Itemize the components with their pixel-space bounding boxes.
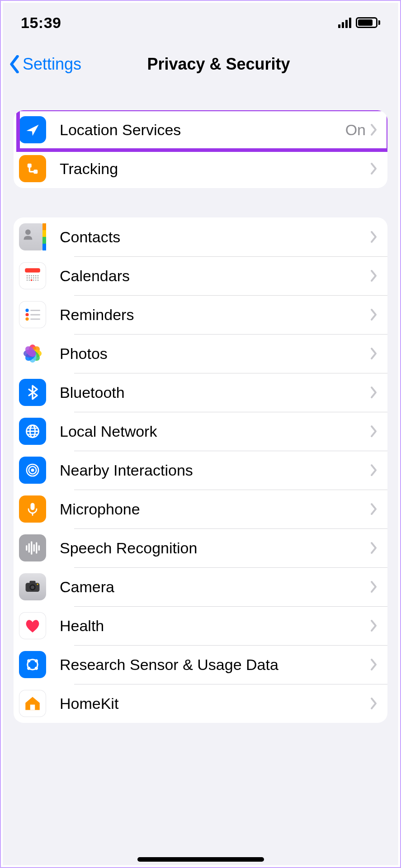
bluetooth-icon — [19, 379, 46, 406]
nav-header: Settings Privacy & Security — [3, 42, 398, 85]
chevron-right-icon — [370, 347, 377, 360]
row-label: Photos — [60, 345, 370, 363]
row-label: Contacts — [60, 228, 370, 246]
cellular-signal-icon — [338, 17, 351, 28]
svg-point-14 — [35, 278, 36, 278]
chevron-right-icon — [370, 231, 377, 243]
row-label: Microphone — [60, 500, 370, 518]
svg-point-5 — [29, 275, 30, 276]
back-button[interactable]: Settings — [9, 55, 81, 74]
svg-point-26 — [25, 317, 28, 321]
row-bluetooth[interactable]: Bluetooth — [14, 373, 387, 412]
back-label: Settings — [23, 55, 81, 74]
svg-rect-3 — [25, 268, 40, 273]
chevron-right-icon — [370, 123, 377, 136]
svg-point-15 — [38, 278, 38, 278]
nearby-interactions-icon — [19, 457, 46, 484]
row-contacts[interactable]: Contacts — [14, 217, 387, 256]
svg-point-56 — [37, 584, 38, 585]
row-local-network[interactable]: Local Network — [14, 412, 387, 451]
svg-point-24 — [25, 313, 28, 316]
row-nearby-interactions[interactable]: Nearby Interactions — [14, 451, 387, 490]
status-bar: 15:39 — [3, 3, 398, 42]
chevron-left-icon — [9, 55, 20, 73]
location-arrow-icon — [19, 116, 46, 143]
status-time: 15:39 — [21, 14, 61, 32]
row-location-services[interactable]: Location Services On — [14, 110, 387, 149]
row-label: Health — [60, 617, 370, 635]
row-homekit[interactable]: HomeKit — [14, 684, 387, 723]
row-label: Calendars — [60, 267, 370, 285]
row-label: Camera — [60, 578, 370, 596]
svg-rect-23 — [30, 310, 40, 311]
row-calendars[interactable]: Calendars — [14, 256, 387, 295]
row-label: HomeKit — [60, 695, 370, 712]
tracking-icon — [19, 155, 46, 182]
svg-point-6 — [31, 275, 32, 276]
row-microphone[interactable]: Microphone — [14, 490, 387, 528]
calendar-icon — [19, 262, 46, 289]
chevron-right-icon — [370, 162, 377, 175]
status-indicators — [338, 17, 380, 28]
svg-point-11 — [29, 278, 30, 278]
research-icon — [19, 651, 46, 678]
svg-rect-44 — [31, 503, 35, 510]
chevron-right-icon — [370, 580, 377, 593]
page-title: Privacy & Security — [147, 55, 290, 74]
chevron-right-icon — [370, 425, 377, 438]
svg-point-41 — [31, 468, 34, 472]
row-label: Research Sensor & Usage Data — [60, 656, 370, 674]
row-label: Nearby Interactions — [60, 462, 370, 479]
svg-point-16 — [27, 279, 28, 280]
speech-recognition-icon — [19, 534, 46, 561]
row-tracking[interactable]: Tracking — [14, 149, 387, 188]
svg-point-2 — [25, 230, 31, 235]
row-camera[interactable]: Camera — [14, 567, 387, 606]
chevron-right-icon — [370, 697, 377, 710]
chevron-right-icon — [370, 464, 377, 476]
health-icon — [19, 612, 46, 639]
svg-point-21 — [31, 279, 33, 281]
svg-point-10 — [27, 278, 28, 278]
svg-point-20 — [38, 279, 38, 280]
row-label: Local Network — [60, 423, 370, 440]
chevron-right-icon — [370, 308, 377, 321]
svg-rect-25 — [30, 314, 40, 316]
svg-point-13 — [33, 278, 34, 278]
svg-point-4 — [27, 275, 28, 276]
battery-icon — [356, 17, 380, 28]
row-reminders[interactable]: Reminders — [14, 295, 387, 334]
chevron-right-icon — [370, 386, 377, 399]
svg-point-19 — [35, 279, 36, 280]
svg-rect-53 — [29, 581, 35, 584]
chevron-right-icon — [370, 503, 377, 515]
svg-point-55 — [31, 585, 34, 589]
chevron-right-icon — [370, 269, 377, 282]
row-speech-recognition[interactable]: Speech Recognition — [14, 528, 387, 567]
row-photos[interactable]: Photos — [14, 334, 387, 373]
row-label: Location Services — [60, 121, 345, 139]
photos-icon — [19, 340, 46, 367]
local-network-icon — [19, 418, 46, 445]
svg-rect-27 — [30, 318, 40, 320]
chevron-right-icon — [370, 658, 377, 671]
row-label: Reminders — [60, 306, 370, 324]
svg-point-8 — [35, 275, 36, 276]
chevron-right-icon — [370, 542, 377, 554]
homekit-icon — [19, 690, 46, 717]
settings-group-location: Location Services On Tracking — [14, 110, 387, 188]
reminders-icon — [19, 301, 46, 328]
microphone-icon — [19, 495, 46, 523]
contacts-icon — [19, 223, 46, 250]
svg-rect-61 — [30, 705, 35, 710]
svg-point-18 — [33, 279, 34, 280]
svg-point-22 — [25, 309, 28, 312]
row-label: Speech Recognition — [60, 539, 370, 557]
camera-icon — [19, 573, 46, 600]
row-research-sensor[interactable]: Research Sensor & Usage Data — [14, 645, 387, 684]
svg-point-7 — [33, 275, 34, 276]
row-health[interactable]: Health — [14, 606, 387, 645]
svg-point-12 — [31, 278, 32, 278]
row-value: On — [345, 121, 366, 139]
home-indicator[interactable] — [137, 857, 264, 862]
